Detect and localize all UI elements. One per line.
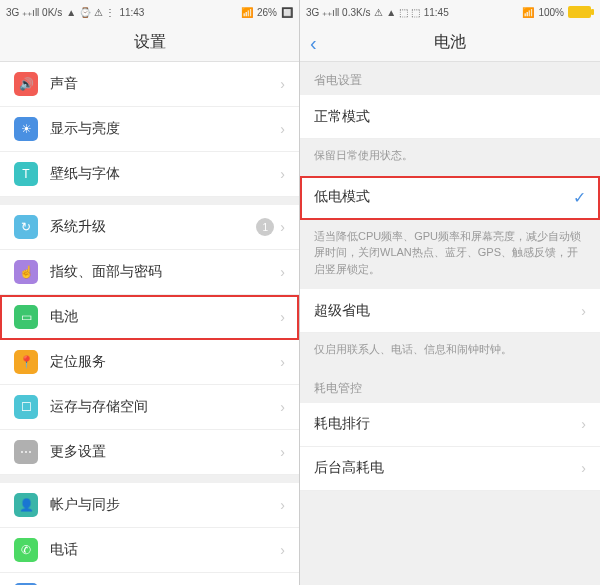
status-bar-left: 3G ₊₊ıll 0K/s ▲ ⌚ ⚠ ⋮ 11:43 📶 26% 🔲	[0, 0, 299, 24]
status-bar-right: 3G ₊₊ıll 0.3K/s ⚠ ▲ ⬚ ⬚ 11:45 📶 100%	[300, 0, 600, 24]
update-badge: 1	[256, 218, 274, 236]
background-drain[interactable]: 后台高耗电 ›	[300, 447, 600, 491]
item-label: 壁纸与字体	[50, 165, 280, 183]
status-time: 11:43	[119, 7, 144, 18]
drain-ranking[interactable]: 耗电排行 ›	[300, 403, 600, 447]
status-time: 11:45	[424, 7, 449, 18]
network-indicator: 3G ₊₊ıll 0.3K/s	[306, 7, 370, 18]
display-icon: ☀	[14, 117, 38, 141]
item-label: 后台高耗电	[314, 459, 581, 477]
mode-super-save[interactable]: 超级省电 ›	[300, 289, 600, 333]
battery-full-icon	[568, 6, 594, 18]
mode-normal-desc: 保留日常使用状态。	[300, 139, 600, 176]
settings-item-location[interactable]: 📍 定位服务 ›	[0, 340, 299, 385]
status-icons-left: ▲ ⌚ ⚠ ⋮	[66, 7, 115, 18]
chevron-right-icon: ›	[280, 264, 285, 280]
battery-icon: ▭	[14, 305, 38, 329]
wallpaper-icon: T	[14, 162, 38, 186]
fingerprint-icon: ☝	[14, 260, 38, 284]
chevron-right-icon: ›	[280, 542, 285, 558]
chevron-right-icon: ›	[581, 303, 586, 319]
chevron-right-icon: ›	[280, 444, 285, 460]
item-label: 帐户与同步	[50, 496, 280, 514]
settings-item-more[interactable]: ⋯ 更多设置 ›	[0, 430, 299, 475]
settings-list: 🔊 声音 › ☀ 显示与亮度 › T 壁纸与字体 ›	[0, 62, 299, 197]
account-icon: 👤	[14, 493, 38, 517]
settings-item-fingerprint[interactable]: ☝ 指纹、面部与密码 ›	[0, 250, 299, 295]
chevron-right-icon: ›	[280, 219, 285, 235]
mode-low-power[interactable]: 低电模式 ✓	[300, 176, 600, 220]
battery-percent: 26%	[257, 7, 277, 18]
settings-item-update[interactable]: ↻ 系统升级 1 ›	[0, 205, 299, 250]
chevron-right-icon: ›	[280, 121, 285, 137]
settings-item-contacts[interactable]: 👥 联系人 ›	[0, 573, 299, 585]
status-icons-right: ⚠ ▲ ⬚ ⬚	[374, 7, 419, 18]
phone-icon: ✆	[14, 538, 38, 562]
battery-screen: 3G ₊₊ıll 0.3K/s ⚠ ▲ ⬚ ⬚ 11:45 📶 100% ‹ 电…	[300, 0, 600, 585]
item-label: 显示与亮度	[50, 120, 280, 138]
settings-item-display[interactable]: ☀ 显示与亮度 ›	[0, 107, 299, 152]
update-icon: ↻	[14, 215, 38, 239]
location-icon: 📍	[14, 350, 38, 374]
item-label: 低电模式	[314, 188, 573, 206]
page-title: 电池	[434, 32, 466, 53]
item-label: 更多设置	[50, 443, 280, 461]
item-label: 耗电排行	[314, 415, 581, 433]
settings-item-account[interactable]: 👤 帐户与同步 ›	[0, 483, 299, 528]
mode-super-desc: 仅启用联系人、电话、信息和闹钟时钟。	[300, 333, 600, 370]
battery-icon: 🔲	[281, 7, 293, 18]
header-right: ‹ 电池	[300, 24, 600, 62]
chevron-right-icon: ›	[280, 399, 285, 415]
network-indicator: 3G ₊₊ıll 0K/s	[6, 7, 62, 18]
chevron-right-icon: ›	[280, 166, 285, 182]
chevron-right-icon: ›	[280, 497, 285, 513]
item-label: 运存与存储空间	[50, 398, 280, 416]
settings-item-phone[interactable]: ✆ 电话 ›	[0, 528, 299, 573]
item-label: 正常模式	[314, 108, 586, 126]
settings-item-storage[interactable]: ☐ 运存与存储空间 ›	[0, 385, 299, 430]
page-title: 设置	[134, 32, 166, 53]
section-drain-control: 耗电管控	[300, 370, 600, 403]
chevron-right-icon: ›	[581, 460, 586, 476]
item-label: 指纹、面部与密码	[50, 263, 280, 281]
chevron-right-icon: ›	[280, 309, 285, 325]
item-label: 超级省电	[314, 302, 581, 320]
item-label: 声音	[50, 75, 280, 93]
settings-item-sound[interactable]: 🔊 声音 ›	[0, 62, 299, 107]
settings-item-wallpaper[interactable]: T 壁纸与字体 ›	[0, 152, 299, 197]
item-label: 系统升级	[50, 218, 256, 236]
mode-low-desc: 适当降低CPU频率、GPU频率和屏幕亮度，减少自动锁屏时间，关闭WLAN热点、蓝…	[300, 220, 600, 290]
chevron-right-icon: ›	[280, 76, 285, 92]
svg-rect-0	[568, 6, 591, 18]
settings-item-battery[interactable]: ▭ 电池 ›	[0, 295, 299, 340]
mode-normal[interactable]: 正常模式	[300, 95, 600, 139]
item-label: 电话	[50, 541, 280, 559]
wifi-icon: 📶	[522, 7, 534, 18]
svg-rect-1	[591, 9, 594, 15]
sound-icon: 🔊	[14, 72, 38, 96]
chevron-right-icon: ›	[581, 416, 586, 432]
battery-percent: 100%	[538, 7, 564, 18]
checkmark-icon: ✓	[573, 188, 586, 207]
back-button[interactable]: ‹	[310, 31, 317, 54]
item-label: 电池	[50, 308, 280, 326]
item-label: 定位服务	[50, 353, 280, 371]
storage-icon: ☐	[14, 395, 38, 419]
section-power-saving: 省电设置	[300, 62, 600, 95]
settings-screen: 3G ₊₊ıll 0K/s ▲ ⌚ ⚠ ⋮ 11:43 📶 26% 🔲 设置 🔊…	[0, 0, 300, 585]
wifi-icon: 📶	[241, 7, 253, 18]
chevron-right-icon: ›	[280, 354, 285, 370]
header-left: 设置	[0, 24, 299, 62]
more-icon: ⋯	[14, 440, 38, 464]
